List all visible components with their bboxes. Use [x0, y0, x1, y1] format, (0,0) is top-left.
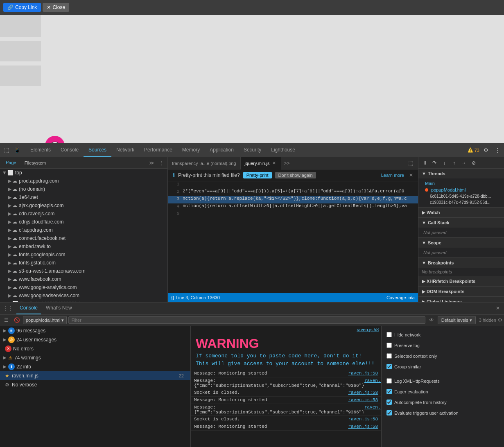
- console-close-button[interactable]: ✕: [493, 305, 502, 311]
- tree-item[interactable]: ▶ ☁ www.googleadservices.com: [0, 291, 167, 300]
- context-selector[interactable]: popupModal.html ▾: [23, 316, 67, 324]
- levels-dropdown[interactable]: Default levels ▾: [438, 316, 476, 324]
- tree-item[interactable]: ▶ ☁ cf.appdrag.com: [0, 226, 167, 234]
- dom-breakpoints-header[interactable]: ▶ DOM Breakpoints: [418, 287, 504, 296]
- step-out-button[interactable]: ↑: [450, 158, 459, 167]
- msg-group-verbose[interactable]: ⚙ No verbose: [0, 380, 190, 389]
- step-button[interactable]: →: [459, 158, 468, 167]
- selected-context-checkbox[interactable]: [386, 353, 392, 359]
- msg-group-errors[interactable]: ✕ No errors: [0, 344, 190, 353]
- log-source-link[interactable]: raven.js:58: [348, 390, 378, 395]
- console-settings-icon[interactable]: ⚙: [498, 317, 502, 323]
- settings-icon[interactable]: ⚙: [481, 145, 491, 155]
- tab-security[interactable]: Security: [239, 143, 266, 157]
- tab-elements[interactable]: Elements: [25, 143, 56, 157]
- warn-triangle-icon: ⚠: [8, 355, 13, 361]
- global-listeners-header[interactable]: ▶ Global Listeners: [418, 297, 504, 302]
- whats-new-tab[interactable]: What's New: [43, 302, 75, 314]
- tree-item[interactable]: ▶ ☁ cdnjs.cloudflare.com: [0, 218, 167, 226]
- tree-item[interactable]: ▶ ☁ embed.tawk.to: [0, 242, 167, 251]
- msg-group-user[interactable]: ▶ ⚠ 24 user messages: [0, 335, 190, 344]
- evaluate-triggers-checkbox[interactable]: [386, 410, 392, 415]
- pretty-print-button[interactable]: Pretty-print: [243, 172, 272, 178]
- source-tab-jquery[interactable]: jquery.min.js ✕: [241, 157, 282, 169]
- tree-item[interactable]: ▶ ☁ connect.facebook.net: [0, 234, 167, 242]
- dock-icon[interactable]: ⬚: [406, 158, 416, 168]
- autocomplete-checkbox[interactable]: [386, 400, 392, 405]
- tree-item[interactable]: ▶ ☁ (no domain): [0, 185, 167, 193]
- threads-header[interactable]: ▼ Threads: [418, 169, 504, 178]
- tree-item[interactable]: ▶ ☁ 1e64.net: [0, 193, 167, 201]
- tree-root[interactable]: ▼ ⬜ top: [0, 169, 167, 177]
- file-tree-tab-filesystem[interactable]: Filesystem: [22, 160, 49, 166]
- tab-memory[interactable]: Memory: [177, 143, 205, 157]
- learn-more-link[interactable]: Learn more: [381, 173, 404, 178]
- msg-group-raven[interactable]: ★ raven.min.js 22: [0, 371, 190, 380]
- msg-group-info[interactable]: ▶ ℹ 22 info: [0, 362, 190, 371]
- code-area[interactable]: 1 2 2*("even"===a[3]||"odd"===a[3])),a[5…: [168, 181, 418, 293]
- tree-item[interactable]: ▶ ☁ ajax.googleapis.com: [0, 201, 167, 210]
- tab-network[interactable]: Network: [111, 143, 139, 157]
- console-tab[interactable]: Console: [16, 302, 41, 314]
- step-over-button[interactable]: ↷: [430, 158, 439, 167]
- device-icon[interactable]: 📱: [12, 145, 22, 155]
- tree-item[interactable]: ▶ ☁ prod.appdrag.com: [0, 177, 167, 185]
- close-button[interactable]: ✕ Close: [43, 3, 69, 12]
- msg-group-all[interactable]: ▶ ≡ 96 messages: [0, 326, 190, 335]
- thread-main[interactable]: Main: [422, 180, 501, 187]
- tree-item[interactable]: ▶ ☁ www.google-analytics.com: [0, 283, 167, 291]
- xhr-breakpoints-header[interactable]: ▶ XHR/fetch Breakpoints: [418, 276, 504, 286]
- breakpoints-header[interactable]: ▼ Breakpoints: [418, 258, 504, 268]
- thread-id1[interactable]: 6c811b01-5d49-419e-a728-dbb...: [422, 193, 501, 199]
- thread-id2[interactable]: c193031c-b47c-47d9-9152-56d...: [422, 199, 501, 205]
- tree-item[interactable]: ▶ ☁ www.facebook.com: [0, 275, 167, 283]
- tab-console[interactable]: Console: [56, 143, 84, 157]
- file-tree-menu-icon[interactable]: ⋮: [159, 160, 164, 166]
- log-source-link[interactable]: raven.js:58: [348, 397, 378, 402]
- tab-performance[interactable]: Performance: [139, 143, 177, 157]
- chat-bubble[interactable]: 💬: [45, 136, 65, 143]
- tree-item[interactable]: ▶ ☁ fonts.googleapis.com: [0, 251, 167, 259]
- scope-header[interactable]: ▼ Scope: [418, 238, 504, 248]
- deactivate-breakpoints-button[interactable]: ⊘: [469, 158, 478, 167]
- msg-group-warnings[interactable]: ▶ ⚠ 74 warnings: [0, 353, 190, 362]
- log-source-link[interactable]: raven.js:58: [364, 405, 381, 410]
- preserve-log-checkbox[interactable]: [386, 343, 392, 348]
- dont-show-button[interactable]: Don't show again: [275, 172, 316, 178]
- log-source-link[interactable]: raven.js:58: [348, 417, 378, 422]
- more-icon[interactable]: ⋮: [493, 145, 502, 155]
- console-sidebar-icon[interactable]: ☰: [2, 316, 11, 325]
- pause-button[interactable]: ⏸: [420, 158, 429, 167]
- source-tab-png[interactable]: transparency-la...e (normal).png: [168, 157, 241, 169]
- hide-network-checkbox[interactable]: [386, 332, 392, 337]
- tab-sources[interactable]: Sources: [84, 143, 111, 157]
- log-xml-checkbox[interactable]: [386, 378, 392, 384]
- eager-eval-checkbox[interactable]: [386, 389, 392, 394]
- file-tree-more-icon[interactable]: ≫: [149, 160, 154, 166]
- inspect-icon[interactable]: ⬚: [2, 145, 11, 155]
- console-message-list[interactable]: ▶ ≡ 96 messages ▶ ⚠ 24 user messages ✕ N…: [0, 326, 191, 447]
- log-source-link[interactable]: raven.js:58: [348, 371, 378, 376]
- copy-link-button[interactable]: 🔗 Copy Link: [3, 3, 41, 12]
- log-source-link[interactable]: raven.js:58: [364, 378, 381, 383]
- tree-item[interactable]: ▶ ☁ cdn.ravenjs.com: [0, 210, 167, 218]
- banner-close-icon[interactable]: ✕: [409, 172, 413, 178]
- format-icon[interactable]: {}: [171, 295, 174, 300]
- console-clear-icon[interactable]: 🚫: [12, 316, 21, 325]
- eye-icon[interactable]: 👁: [427, 316, 436, 325]
- raven-link-top[interactable]: raven.js:58: [357, 327, 379, 332]
- group-similar-checkbox[interactable]: [386, 364, 392, 369]
- source-tabs-more[interactable]: >>: [281, 160, 292, 166]
- watch-header[interactable]: ▶ Watch: [418, 208, 504, 217]
- step-into-button[interactable]: ↓: [440, 158, 449, 167]
- file-tree-tab-page[interactable]: Page: [3, 159, 19, 166]
- tab-application[interactable]: Application: [205, 143, 239, 157]
- close-tab-icon[interactable]: ✕: [271, 160, 277, 166]
- console-filter-input[interactable]: [68, 316, 425, 324]
- tab-lighthouse[interactable]: Lighthouse: [266, 143, 300, 157]
- tree-item[interactable]: ▶ ☁ s3-eu-west-1.amazonaws.com: [0, 267, 167, 275]
- tree-item[interactable]: ▶ ☁ fonts.gstatic.com: [0, 259, 167, 267]
- thread-popup[interactable]: popupModal.html: [422, 187, 501, 193]
- call-stack-header[interactable]: ▼ Call Stack: [418, 218, 504, 228]
- log-source-link[interactable]: raven.js:58: [348, 424, 378, 429]
